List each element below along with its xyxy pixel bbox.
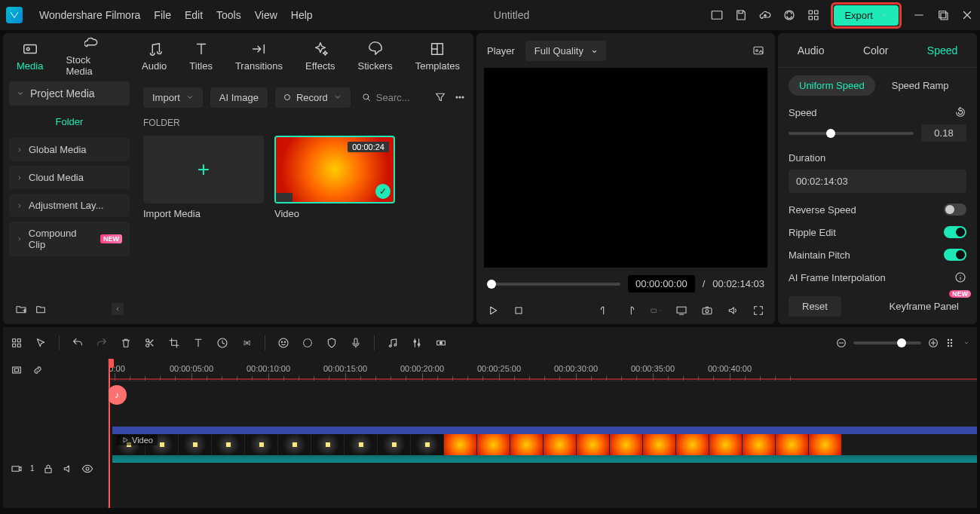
text-icon[interactable] (192, 337, 204, 349)
tab-audio[interactable]: Audio (142, 41, 167, 72)
cursor-icon[interactable] (35, 337, 47, 349)
more-tools-icon[interactable] (240, 337, 253, 349)
keyframe-panel-button[interactable]: Keyframe Panel NEW (882, 296, 967, 317)
chip-uniform-speed[interactable]: Uniform Speed (789, 75, 875, 96)
cloud-icon[interactable] (758, 8, 772, 22)
play-icon[interactable] (487, 304, 499, 317)
video-thumb-card[interactable]: 00:00:24 ✓ Video (274, 136, 395, 219)
export-button[interactable]: Export (834, 5, 899, 26)
ai-face-icon[interactable] (277, 337, 289, 349)
apps-icon[interactable] (807, 8, 820, 22)
info-icon[interactable] (954, 271, 966, 283)
crop-icon[interactable] (168, 337, 180, 349)
sidebar-item-adjustment-layer[interactable]: Adjustment Lay... (9, 194, 130, 217)
volume-icon[interactable] (727, 304, 739, 317)
speed-slider[interactable] (789, 132, 914, 135)
record-button[interactable]: Record (275, 87, 351, 108)
redo-icon[interactable] (96, 337, 108, 349)
mute-icon[interactable] (62, 463, 74, 475)
video-track-icon[interactable] (11, 463, 23, 475)
sidebar-item-global-media[interactable]: Global Media (9, 138, 130, 161)
magnet-icon[interactable] (11, 337, 23, 349)
mic-icon[interactable] (350, 337, 362, 349)
playhead[interactable] (109, 359, 110, 508)
search-box[interactable] (361, 92, 427, 103)
sidebar-project-media[interactable]: Project Media (9, 81, 130, 106)
mark-in-icon[interactable] (599, 304, 611, 317)
zoom-in-icon[interactable] (927, 337, 939, 349)
chevron-down-icon[interactable] (963, 340, 969, 346)
mark-out-icon[interactable] (624, 304, 636, 317)
sidebar-item-compound-clip[interactable]: Compound ClipNEW (9, 222, 130, 256)
display-icon[interactable] (675, 304, 688, 317)
minimize-icon[interactable] (912, 8, 926, 22)
layout-icon[interactable] (710, 8, 724, 22)
speed-icon[interactable] (216, 337, 228, 349)
menu-edit[interactable]: Edit (185, 9, 203, 21)
sidebar-folder-label[interactable]: Folder (9, 110, 130, 133)
link-icon[interactable] (32, 364, 44, 376)
reset-button[interactable]: Reset (789, 296, 841, 317)
filter-icon[interactable] (434, 91, 446, 103)
audio-knob[interactable]: ♪ (109, 385, 127, 405)
music-icon[interactable] (387, 337, 399, 349)
import-button[interactable]: Import (143, 87, 203, 108)
snapshot-icon[interactable] (752, 44, 764, 57)
split-icon[interactable] (144, 337, 156, 349)
reset-speed-icon[interactable] (954, 106, 966, 118)
lock-icon[interactable] (42, 463, 54, 475)
import-media-card[interactable]: + Import Media (143, 136, 264, 219)
tab-templates[interactable]: Templates (415, 41, 460, 72)
zoom-slider[interactable] (853, 341, 921, 344)
collapse-sidebar-icon[interactable] (112, 303, 124, 315)
ai-image-button[interactable]: AI Image (210, 87, 268, 108)
auto-ripple-icon[interactable] (11, 364, 23, 376)
tab-audio-props[interactable]: Audio (790, 44, 832, 57)
shield-icon[interactable] (326, 337, 338, 349)
video-clip[interactable]: Video (112, 427, 977, 463)
more-icon[interactable] (454, 91, 466, 103)
fullscreen-icon[interactable] (752, 304, 764, 317)
tab-color-props[interactable]: Color (856, 44, 896, 57)
delete-icon[interactable] (120, 337, 132, 349)
preview-viewport[interactable] (484, 68, 767, 268)
stop-icon[interactable] (513, 304, 525, 317)
tab-transitions[interactable]: Transitions (235, 41, 283, 72)
reverse-toggle[interactable] (944, 203, 966, 216)
ratio-icon[interactable] (650, 304, 662, 317)
close-icon[interactable] (960, 8, 974, 22)
tab-speed-props[interactable]: Speed (920, 44, 965, 57)
ripple-toggle[interactable] (944, 226, 966, 238)
support-icon[interactable] (782, 8, 796, 22)
menu-view[interactable]: View (255, 9, 277, 21)
save-icon[interactable] (734, 8, 748, 22)
mixer-icon[interactable] (411, 337, 423, 349)
bin-icon[interactable] (35, 303, 47, 315)
search-input[interactable] (376, 92, 421, 103)
duration-input[interactable]: 00:02:14:03 (789, 170, 966, 193)
preview-seek-slider[interactable] (487, 283, 620, 286)
quality-select[interactable]: Full Quality (525, 41, 606, 61)
timeline-tracks[interactable]: 00:0000:00:05:0000:00:10:0000:00:15:0000… (109, 359, 977, 508)
view-options-icon[interactable] (945, 337, 957, 349)
tab-effects[interactable]: Effects (305, 41, 335, 72)
speed-value[interactable]: 0.18 (921, 124, 966, 142)
zoom-out-icon[interactable] (835, 337, 847, 349)
menu-tools[interactable]: Tools (216, 9, 241, 21)
menu-file[interactable]: File (154, 9, 171, 21)
keyframe-icon[interactable] (435, 337, 447, 349)
pitch-toggle[interactable] (944, 249, 966, 261)
chip-speed-ramp[interactable]: Speed Ramp (881, 75, 960, 96)
maximize-icon[interactable] (936, 8, 950, 22)
menu-help[interactable]: Help (291, 9, 313, 21)
tab-media[interactable]: Media (17, 41, 43, 72)
tab-stock-media[interactable]: Stock Media (66, 35, 119, 77)
camera-icon[interactable] (701, 304, 713, 317)
sidebar-item-cloud-media[interactable]: Cloud Media (9, 166, 130, 189)
color-icon[interactable] (302, 337, 314, 349)
new-folder-icon[interactable] (15, 303, 27, 315)
tab-stickers[interactable]: Stickers (358, 41, 393, 72)
tab-titles[interactable]: Titles (189, 41, 213, 72)
visibility-icon[interactable] (81, 463, 93, 475)
undo-icon[interactable] (72, 337, 84, 349)
